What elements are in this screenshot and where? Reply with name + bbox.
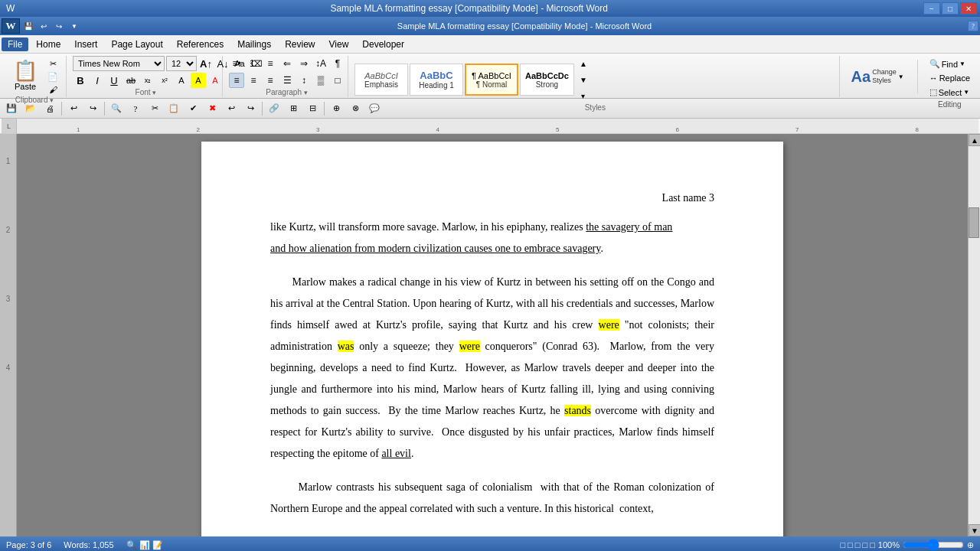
tb-undo2[interactable]: ↩ (65, 100, 82, 117)
tb-open[interactable]: 📂 (22, 100, 39, 117)
font-color-button[interactable]: A (207, 73, 223, 88)
cut-button[interactable]: ✂ (44, 57, 61, 70)
bullets-button[interactable]: ≡• (229, 56, 244, 71)
style-normal-preview: ¶ AaBbCcI (472, 71, 511, 80)
find-icon: 🔍 (929, 59, 940, 69)
document-scroll[interactable]: Last name 3 like Kurtz, will transform m… (17, 134, 968, 536)
tb-search2[interactable]: ⊗ (347, 100, 364, 117)
style-emphasis[interactable]: AaBbCcI Emphasis (354, 64, 408, 96)
maximize-button[interactable]: □ (942, 2, 959, 15)
menu-insert[interactable]: Insert (68, 37, 103, 51)
menu-mailings[interactable]: Mailings (231, 37, 277, 51)
tb-save[interactable]: 💾 (3, 100, 20, 117)
right-scrollbar: ▲ ▼ (968, 134, 980, 536)
tb-zoom-in[interactable]: 🔍 (108, 100, 125, 117)
paragraph-label: Paragraph ▾ (266, 88, 307, 98)
menu-developer[interactable]: Developer (356, 37, 410, 51)
tb-print[interactable]: 🖨 (41, 100, 58, 117)
format-ruler: L 1 2 3 4 5 6 7 8 (0, 119, 980, 134)
shading-button[interactable]: ▒ (313, 73, 328, 88)
quick-undo-button[interactable]: ↩ (37, 19, 51, 33)
quick-down-button[interactable]: ▼ (67, 19, 81, 33)
tb-help[interactable]: ? (127, 100, 144, 117)
align-center-button[interactable]: ≡ (246, 73, 261, 88)
document-area: 1 2 3 4 Last name 3 like Kurtz, will tra… (0, 134, 980, 536)
copy-button[interactable]: 📄 (44, 70, 61, 83)
super-button[interactable]: x² (157, 73, 172, 88)
styles-scroll-up[interactable]: ▲ (576, 56, 591, 71)
style-strong-preview: AaBbCcDc (525, 71, 569, 80)
word-icon[interactable]: W (2, 18, 20, 34)
decrease-indent-button[interactable]: ⇐ (279, 56, 295, 71)
title-bar-controls: − □ ✕ (923, 2, 977, 15)
strikethrough-button[interactable]: ab (123, 73, 139, 88)
tb-comment[interactable]: 💬 (366, 100, 383, 117)
scroll-thumb[interactable] (969, 207, 979, 238)
font-size-select[interactable]: 12 (166, 56, 197, 71)
format-painter-button[interactable]: 🖌 (44, 83, 61, 96)
tb-hyperlink[interactable]: 🔗 (266, 100, 283, 117)
menu-page-layout[interactable]: Page Layout (105, 37, 168, 51)
menu-review[interactable]: Review (279, 37, 321, 51)
styles-scroll-down[interactable]: ▼ (576, 72, 591, 87)
tb-cut[interactable]: ✂ (146, 100, 163, 117)
underline-button[interactable]: U (106, 73, 122, 88)
menu-file[interactable]: File (2, 37, 28, 51)
style-heading1-name: Heading 1 (419, 81, 454, 90)
tb-spellcheck[interactable]: ✔ (185, 100, 201, 117)
numbering-button[interactable]: 1. (246, 56, 261, 71)
tb-error[interactable]: ✖ (204, 100, 220, 117)
select-icon: ⬚ (929, 87, 937, 97)
tb-table[interactable]: ⊞ (285, 100, 302, 117)
bold-button[interactable]: B (73, 73, 88, 88)
scroll-down-arrow[interactable]: ▼ (969, 524, 980, 536)
line-spacing-button[interactable]: ↕ (296, 73, 312, 88)
font-family-select[interactable]: Times New Rom (73, 56, 165, 71)
zoom-slider[interactable] (903, 540, 964, 549)
select-button[interactable]: ⬚ Select ▼ (926, 86, 974, 99)
tb-columns[interactable]: ⊟ (304, 100, 321, 117)
menu-view[interactable]: View (323, 37, 355, 51)
minimize-button[interactable]: − (923, 2, 940, 15)
tb-redo3[interactable]: ↪ (242, 100, 259, 117)
quick-save-button[interactable]: 💾 (21, 19, 35, 33)
style-heading1[interactable]: AaBbC Heading 1 (410, 64, 463, 96)
find-arrow: ▼ (959, 60, 965, 67)
change-styles-button[interactable]: Aa ChangeStyles ▼ (848, 66, 908, 88)
show-formatting-button[interactable]: ¶ (330, 56, 345, 71)
style-strong[interactable]: AaBbCcDc Strong (520, 64, 574, 96)
document-content[interactable]: like Kurtz, will transform more savage. … (270, 217, 714, 520)
help-button[interactable]: ? (968, 21, 978, 31)
multilevel-button[interactable]: ≡ (263, 56, 278, 71)
tb-zoom2[interactable]: ⊕ (328, 100, 345, 117)
paste-button[interactable]: 📋 Paste (8, 58, 43, 93)
sub-button[interactable]: x₂ (140, 73, 155, 88)
border-button[interactable]: □ (330, 73, 345, 88)
menu-references[interactable]: References (171, 37, 230, 51)
find-label: Find (942, 60, 958, 69)
tb-undo3[interactable]: ↩ (223, 100, 240, 117)
align-left-button[interactable]: ≡ (229, 73, 244, 88)
sort-button[interactable]: ↕A (313, 56, 328, 71)
scroll-track[interactable] (969, 146, 980, 524)
tb-redo2[interactable]: ↪ (84, 100, 101, 117)
tb-paste2[interactable]: 📋 (165, 100, 182, 117)
status-right: □ □ □ □ □ 100% ⊕ (840, 540, 974, 550)
text-effects-button[interactable]: A (174, 73, 189, 88)
replace-button[interactable]: ↔ Replace (926, 72, 974, 84)
style-normal[interactable]: ¶ AaBbCcI ¶ Normal (465, 64, 518, 96)
font-label: Font ▾ (136, 88, 157, 98)
close-button[interactable]: ✕ (960, 2, 977, 15)
zoom-in-icon[interactable]: ⊕ (967, 540, 974, 550)
styles-more[interactable]: ▾ (576, 88, 591, 103)
menu-home[interactable]: Home (30, 37, 67, 51)
italic-button[interactable]: I (90, 73, 105, 88)
scroll-up-arrow[interactable]: ▲ (969, 134, 980, 146)
highlight-button[interactable]: A (191, 73, 206, 88)
increase-indent-button[interactable]: ⇒ (296, 56, 312, 71)
find-button[interactable]: 🔍 Find ▼ (926, 57, 974, 70)
justify-button[interactable]: ☰ (279, 73, 295, 88)
align-right-button[interactable]: ≡ (263, 73, 278, 88)
quick-redo-button[interactable]: ↪ (52, 19, 66, 33)
font-grow-button[interactable]: A↑ (198, 56, 214, 71)
